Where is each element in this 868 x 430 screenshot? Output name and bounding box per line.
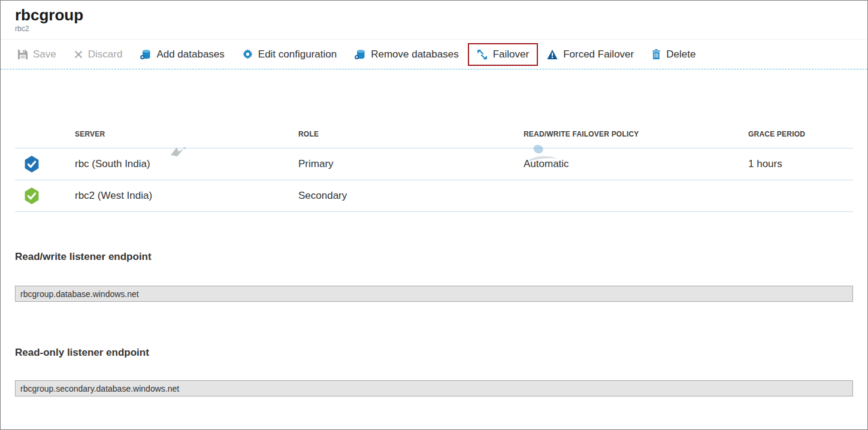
failover-group-page: rbcgroup rbc2 Save Discard Add databases xyxy=(0,0,868,430)
column-header-role: ROLE xyxy=(298,130,524,138)
delete-icon xyxy=(652,49,661,59)
role-cell: Primary xyxy=(298,158,524,170)
green-check-hexagon-icon xyxy=(24,187,40,204)
column-header-grace-period: GRACE PERIOD xyxy=(748,130,853,138)
save-button-label: Save xyxy=(33,49,56,60)
save-icon xyxy=(18,50,28,59)
read-only-endpoint-field[interactable] xyxy=(15,380,853,396)
delete-button-label: Delete xyxy=(666,49,695,60)
discard-button-label: Discard xyxy=(88,49,123,60)
blue-check-hexagon-icon xyxy=(24,156,40,172)
add-databases-icon xyxy=(140,49,151,60)
page-subtitle: rbc2 xyxy=(15,25,853,34)
servers-table: SERVER ROLE READ/WRITE FAILOVER POLICY G… xyxy=(15,120,853,212)
remove-databases-icon xyxy=(355,49,365,60)
add-databases-button-label: Add databases xyxy=(156,49,224,60)
failover-icon xyxy=(477,49,488,60)
table-row[interactable]: rbc2 (West India) Secondary xyxy=(15,180,853,212)
column-header-server: SERVER xyxy=(75,130,298,138)
grace-period-cell: 1 hours xyxy=(748,158,853,170)
forced-failover-icon xyxy=(547,49,558,60)
role-cell: Secondary xyxy=(298,190,524,202)
read-only-endpoint-label: Read-only listener endpoint xyxy=(15,346,853,359)
discard-icon xyxy=(74,50,83,59)
delete-button[interactable]: Delete xyxy=(643,43,704,66)
remove-databases-button[interactable]: Remove databases xyxy=(346,43,467,66)
forced-failover-button-label: Forced Failover xyxy=(563,49,634,60)
remove-databases-button-label: Remove databases xyxy=(371,49,458,60)
page-title: rbcgroup xyxy=(15,5,853,25)
table-row[interactable]: rbc (South India) Primary Automatic 1 ho… xyxy=(15,149,853,180)
secondary-status-cell xyxy=(15,187,75,204)
table-header-row: SERVER ROLE READ/WRITE FAILOVER POLICY G… xyxy=(15,120,853,149)
discard-button[interactable]: Discard xyxy=(65,43,132,66)
read-write-endpoint-label: Read/write listener endpoint xyxy=(15,250,853,263)
column-header-failover-policy: READ/WRITE FAILOVER POLICY xyxy=(524,130,748,138)
add-databases-button[interactable]: Add databases xyxy=(131,43,233,66)
edit-configuration-button[interactable]: Edit configuration xyxy=(234,43,346,66)
forced-failover-button[interactable]: Forced Failover xyxy=(538,43,643,66)
edit-configuration-icon xyxy=(243,49,253,59)
save-button[interactable]: Save xyxy=(9,43,65,66)
read-write-endpoint-field[interactable] xyxy=(15,286,853,302)
primary-status-cell xyxy=(15,156,75,172)
page-header: rbcgroup rbc2 xyxy=(1,1,867,39)
map-artifact xyxy=(525,144,561,166)
command-toolbar: Save Discard Add databases Edit configur… xyxy=(1,39,867,69)
map-background-strip xyxy=(1,69,867,120)
failover-button-label: Failover xyxy=(493,49,529,60)
server-cell: rbc2 (West India) xyxy=(75,190,298,202)
failover-button[interactable]: Failover xyxy=(468,43,538,66)
map-artifact xyxy=(170,146,187,161)
edit-configuration-button-label: Edit configuration xyxy=(258,49,337,60)
